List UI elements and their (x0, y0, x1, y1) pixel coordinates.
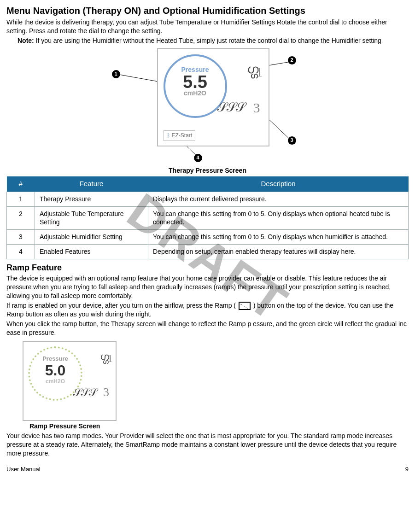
table-row: 3 Adjustable Humidifier Setting You can … (7, 230, 409, 245)
cell-desc: Depending on setup, certain enabled ther… (148, 245, 409, 259)
table-row: 1 Therapy Pressure Displays the current … (7, 192, 409, 206)
tube-temperature-value: 1 (107, 351, 113, 366)
pressure-value: 5.5 (165, 73, 225, 91)
cell-num: 2 (7, 206, 35, 230)
humidifier-icon: 𝒮𝒮𝒮 (73, 385, 96, 400)
ramp-pressure-value: 5.0 (30, 363, 81, 378)
humidifier-icon: 𝒮𝒮𝒮 (217, 99, 245, 116)
footer-page-number: 9 (405, 465, 409, 474)
humidifier-value: 3 (253, 99, 260, 117)
note-text: If you are using the Humidifier without … (34, 37, 381, 44)
therapy-pressure-diagram: Pressure 5.5 cmH2O ഗ്ഗ 1 𝒮𝒮𝒮 3 ᛒ EZ-Star… (102, 48, 314, 163)
callout-1: 1 (112, 70, 120, 78)
ramp-paragraph-4: Your device has two ramp modes. Your Pro… (6, 432, 409, 458)
ramp-paragraph-1: The device is equipped with an optional … (6, 274, 409, 300)
callout-4: 4 (194, 154, 202, 162)
th-desc: Description (148, 176, 409, 192)
ramp-paragraph-2: If ramp is enabled on your device, after… (6, 301, 409, 319)
ez-start-label: EZ-Start (172, 132, 193, 139)
cell-num: 3 (7, 230, 35, 245)
cell-feature: Enabled Features (35, 245, 148, 259)
intro-paragraph: While the device is delivering therapy, … (6, 18, 409, 35)
table-row: 2 Adjustable Tube Temperature Setting Yo… (7, 206, 409, 230)
cell-num: 1 (7, 192, 35, 206)
th-feature: Feature (35, 176, 148, 192)
device-screen: Pressure 5.5 cmH2O ഗ്ഗ 1 𝒮𝒮𝒮 3 ᛒ EZ-Star… (157, 48, 269, 146)
humidifier-value: 3 (103, 384, 109, 400)
ramp-pressure-unit: cmH2O (30, 378, 81, 385)
pressure-unit: cmH2O (165, 89, 225, 98)
ramp-p2-a: If ramp is enabled on your device, after… (6, 302, 238, 309)
diagram-caption: Therapy Pressure Screen (6, 166, 409, 175)
ramp-button-icon (239, 302, 251, 310)
table-header-row: # Feature Description (7, 176, 409, 192)
cell-feature: Adjustable Humidifier Setting (35, 230, 148, 245)
footer-left: User Manual (6, 465, 41, 474)
cell-num: 4 (7, 245, 35, 259)
cell-desc: You can change this setting from 0 to 5.… (148, 206, 409, 230)
cell-desc: You can change this setting from 0 to 5.… (148, 230, 409, 245)
ramp-paragraph-3: When you click the ramp button, the Ther… (6, 320, 409, 337)
bluetooth-icon: ᛒ (167, 132, 170, 139)
ez-start-badge: ᛒ EZ-Start (164, 130, 196, 140)
ramp-screen-caption: Ramp Pressure Screen (29, 422, 409, 431)
cell-feature: Adjustable Tube Temperature Setting (35, 206, 148, 230)
callout-3: 3 (288, 136, 296, 145)
th-num: # (7, 176, 35, 192)
page-title: Menu Navigation (Therapy ON) and Optiona… (6, 5, 409, 17)
note-paragraph: Note: If you are using the Humidifier wi… (18, 36, 409, 45)
feature-table: # Feature Description 1 Therapy Pressure… (6, 176, 409, 259)
cell-feature: Therapy Pressure (35, 192, 148, 206)
note-label: Note: (18, 37, 34, 44)
callout-2: 2 (288, 56, 296, 64)
ramp-heading: Ramp Feature (6, 262, 409, 273)
ramp-pressure-screen: Pressure 5.0 cmH2O ഗ്ഗ 1 𝒮𝒮𝒮 3 (23, 341, 117, 421)
ramp-pressure-label: Pressure (30, 355, 81, 363)
table-row: 4 Enabled Features Depending on setup, c… (7, 245, 409, 259)
tube-temperature-value: 1 (256, 63, 263, 82)
cell-desc: Displays the current delivered pressure. (148, 192, 409, 206)
